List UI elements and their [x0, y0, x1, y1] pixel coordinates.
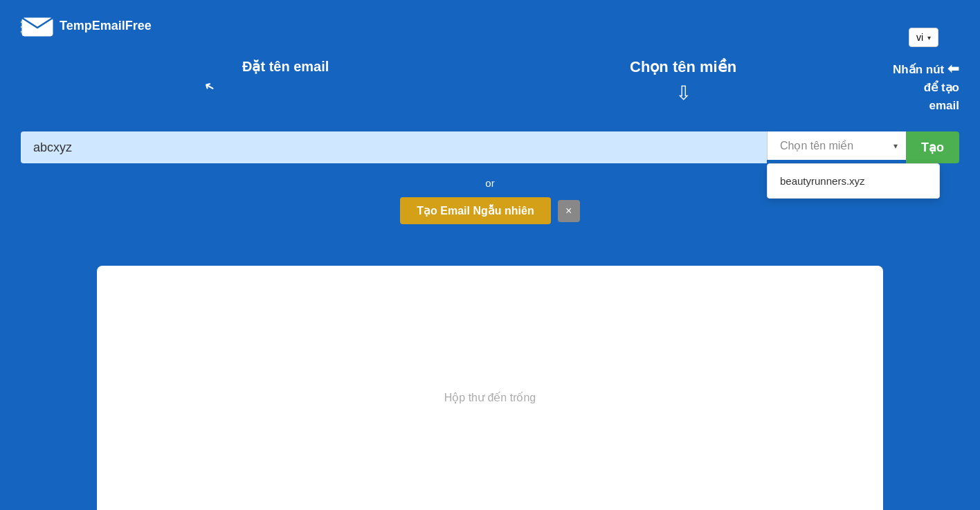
domain-option-1[interactable]: beautyrunners.xyz: [768, 168, 939, 194]
arrow-left-icon: ⬅: [947, 61, 959, 76]
domain-select[interactable]: Chọn tên miền beautyrunners.xyz tempmail…: [768, 131, 906, 160]
domain-select-wrapper: Chọn tên miền beautyrunners.xyz tempmail…: [767, 131, 906, 163]
random-email-row: Tạo Email Ngẫu nhiên ×: [21, 197, 959, 224]
clear-button[interactable]: ×: [558, 200, 580, 222]
email-name-input[interactable]: [21, 131, 767, 163]
create-button[interactable]: Tạo: [906, 131, 959, 163]
domain-dropdown: beautyrunners.xyz: [767, 163, 940, 199]
logo-area: TempEmailFree: [21, 14, 959, 37]
random-email-button[interactable]: Tạo Email Ngẫu nhiên: [400, 197, 550, 224]
logo-text: TempEmailFree: [60, 19, 152, 33]
annotation-dat-ten: Đặt tên email ➜: [242, 58, 329, 75]
annotation-nhan-nut: Nhấn nút ⬅ để tạo email: [893, 58, 959, 114]
domain-select-inner: Chọn tên miền beautyrunners.xyz tempmail…: [767, 131, 906, 160]
inbox-section: Hộp thư đến trống: [97, 266, 883, 510]
logo-icon: [21, 14, 54, 37]
annotations-row: Đặt tên email ➜ Chọn tên miền ⇩ Nhấn nút…: [21, 58, 959, 107]
controls-row: Chọn tên miền beautyrunners.xyz tempmail…: [21, 131, 959, 163]
lang-label: vi: [916, 32, 923, 43]
or-text: or: [485, 177, 494, 189]
annotation-chon-ten: Chọn tên miền ⇩: [630, 58, 736, 76]
inbox-empty-text: Hộp thư đến trống: [444, 391, 536, 404]
language-selector[interactable]: vi ▾: [909, 28, 938, 47]
lang-chevron: ▾: [927, 34, 931, 42]
